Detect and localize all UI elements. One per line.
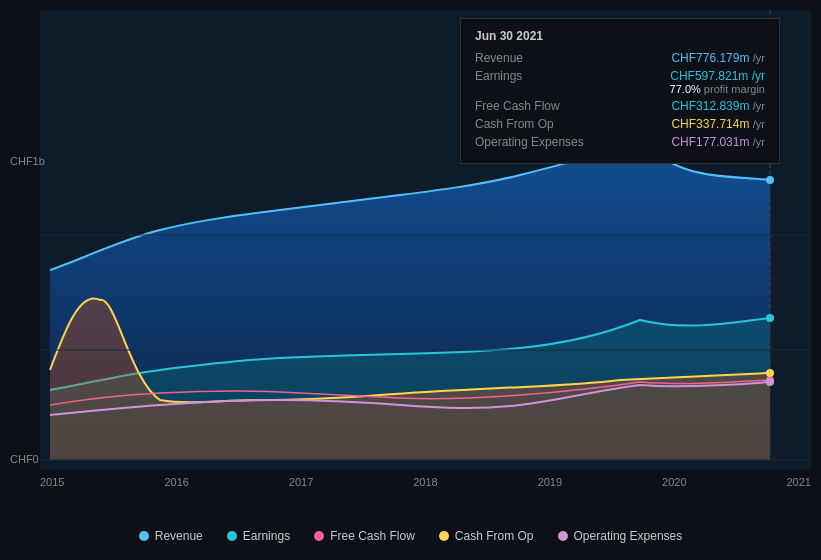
legend-dot-opex — [558, 531, 568, 541]
legend: Revenue Earnings Free Cash Flow Cash Fro… — [0, 512, 821, 560]
legend-item-fcf[interactable]: Free Cash Flow — [314, 529, 415, 543]
legend-label-opex: Operating Expenses — [574, 529, 683, 543]
tooltip-label-cashfromop: Cash From Op — [475, 117, 585, 131]
tooltip-row-opex: Operating Expenses CHF177.031m /yr — [475, 135, 765, 149]
y-label-bottom: CHF0 — [10, 453, 39, 465]
tooltip-value-fcf: CHF312.839m /yr — [671, 99, 765, 113]
legend-label-earnings: Earnings — [243, 529, 290, 543]
tooltip-row-fcf: Free Cash Flow CHF312.839m /yr — [475, 99, 765, 113]
x-label-2021: 2021 — [786, 476, 810, 488]
tooltip-value-earnings: CHF597.821m /yr 77.0% profit margin — [670, 69, 765, 95]
tooltip-label-fcf: Free Cash Flow — [475, 99, 585, 113]
tooltip-label-earnings: Earnings — [475, 69, 585, 83]
tooltip-label-opex: Operating Expenses — [475, 135, 585, 149]
x-label-2018: 2018 — [413, 476, 437, 488]
tooltip-row-earnings: Earnings CHF597.821m /yr 77.0% profit ma… — [475, 69, 765, 95]
tooltip-row-cashfromop: Cash From Op CHF337.714m /yr — [475, 117, 765, 131]
x-axis: 2015 2016 2017 2018 2019 2020 2021 — [40, 476, 811, 488]
tooltip-label-revenue: Revenue — [475, 51, 585, 65]
tooltip-value-revenue: CHF776.179m /yr — [671, 51, 765, 65]
tooltip: Jun 30 2021 Revenue CHF776.179m /yr Earn… — [460, 18, 780, 164]
x-label-2020: 2020 — [662, 476, 686, 488]
svg-point-6 — [766, 378, 774, 386]
x-label-2019: 2019 — [538, 476, 562, 488]
legend-item-opex[interactable]: Operating Expenses — [558, 529, 683, 543]
tooltip-row-revenue: Revenue CHF776.179m /yr — [475, 51, 765, 65]
legend-dot-earnings — [227, 531, 237, 541]
legend-label-fcf: Free Cash Flow — [330, 529, 415, 543]
legend-dot-cashfromop — [439, 531, 449, 541]
x-label-2015: 2015 — [40, 476, 64, 488]
chart-container: CHF1b CHF0 2015 2016 2017 2018 2019 2020… — [0, 0, 821, 510]
svg-point-5 — [766, 369, 774, 377]
legend-dot-revenue — [139, 531, 149, 541]
tooltip-date: Jun 30 2021 — [475, 29, 765, 43]
x-label-2017: 2017 — [289, 476, 313, 488]
legend-label-cashfromop: Cash From Op — [455, 529, 534, 543]
legend-label-revenue: Revenue — [155, 529, 203, 543]
tooltip-value-cashfromop: CHF337.714m /yr — [671, 117, 765, 131]
x-label-2016: 2016 — [164, 476, 188, 488]
legend-item-cashfromop[interactable]: Cash From Op — [439, 529, 534, 543]
legend-dot-fcf — [314, 531, 324, 541]
legend-item-earnings[interactable]: Earnings — [227, 529, 290, 543]
svg-point-3 — [766, 314, 774, 322]
legend-item-revenue[interactable]: Revenue — [139, 529, 203, 543]
tooltip-value-opex: CHF177.031m /yr — [671, 135, 765, 149]
svg-point-2 — [766, 176, 774, 184]
y-label-top: CHF1b — [10, 155, 45, 167]
